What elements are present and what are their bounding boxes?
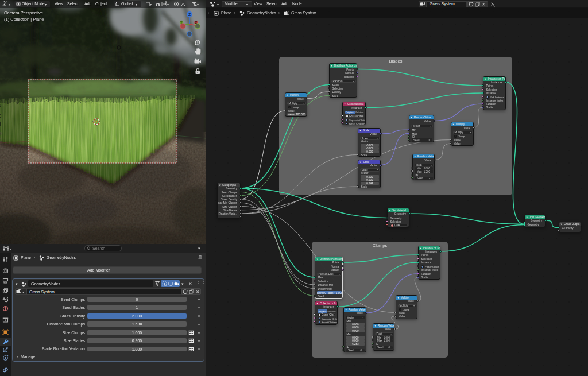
svg-text:Z: Z xyxy=(188,13,191,17)
